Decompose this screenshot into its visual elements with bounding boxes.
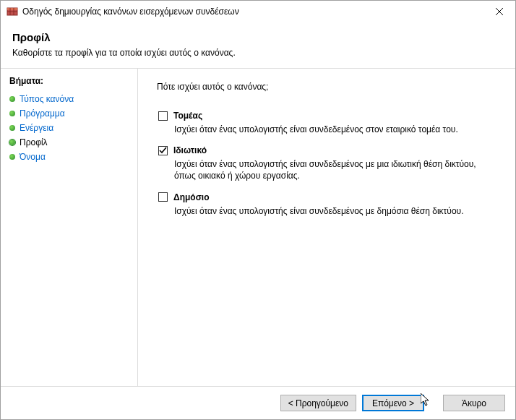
wizard-header: Προφίλ Καθορίστε τα προφίλ για τα οποία … [1, 22, 515, 68]
page-title: Προφίλ [12, 31, 504, 43]
option-label[interactable]: Τομέας [173, 111, 202, 121]
step-program[interactable]: Πρόγραμμα [8, 106, 130, 121]
wizard-content: Πότε ισχύει αυτός ο κανόνας; Τομέας Ισχύ… [138, 69, 515, 386]
page-subtitle: Καθορίστε τα προφίλ για τα οποία ισχύει … [12, 48, 504, 58]
steps-sidebar: Βήματα: Τύπος κανόνα Πρόγραμμα Ενέργεια … [1, 69, 138, 386]
cancel-button[interactable]: Άκυρο [443, 395, 505, 411]
step-bullet-icon [9, 125, 15, 131]
step-link[interactable]: Τύπος κανόνα [20, 94, 74, 104]
wizard-footer: < Προηγούμενο Επόμενο > Άκυρο [1, 386, 515, 419]
step-bullet-icon [9, 111, 15, 116]
step-bullet-icon [9, 140, 15, 145]
step-name[interactable]: Όνομα [8, 150, 130, 164]
steps-heading: Βήματα: [9, 76, 130, 86]
wizard-body: Βήματα: Τύπος κανόνα Πρόγραμμα Ενέργεια … [1, 69, 515, 386]
step-link[interactable]: Πρόγραμμα [20, 108, 65, 119]
option-label[interactable]: Δημόσιο [173, 192, 210, 202]
checkmark-icon [159, 147, 167, 155]
step-link[interactable]: Ενέργεια [20, 123, 53, 133]
step-rule-type[interactable]: Τύπος κανόνα [8, 92, 130, 106]
option-public: Δημόσιο Ισχύει όταν ένας υπολογιστής είν… [157, 192, 496, 217]
titlebar: Οδηγός δημιουργίας κανόνων εισερχόμενων … [1, 1, 515, 22]
window-title: Οδηγός δημιουργίας κανόνων εισερχόμενων … [22, 7, 483, 17]
checkbox-private[interactable] [158, 146, 168, 155]
step-label: Προφίλ [20, 137, 48, 147]
option-label[interactable]: Ιδιωτικό [173, 145, 207, 155]
checkbox-public[interactable] [158, 192, 168, 202]
step-action[interactable]: Ενέργεια [8, 121, 130, 135]
option-domain: Τομέας Ισχύει όταν ένας υπολογιστής είνα… [157, 111, 496, 135]
step-bullet-icon [9, 96, 15, 102]
option-description: Ισχύει όταν ένας υπολογιστής είναι συνδε… [174, 158, 485, 181]
next-button[interactable]: Επόμενο > [362, 395, 424, 411]
svg-rect-1 [7, 8, 17, 10]
step-link[interactable]: Όνομα [20, 152, 46, 162]
steps-list: Τύπος κανόνα Πρόγραμμα Ενέργεια Προφίλ Ό… [8, 92, 130, 164]
step-bullet-icon [9, 154, 15, 160]
option-description: Ισχύει όταν ένας υπολογιστής είναι συνδε… [174, 124, 485, 135]
wizard-window: Οδηγός δημιουργίας κανόνων εισερχόμενων … [0, 0, 516, 420]
close-icon [496, 8, 503, 15]
checkbox-domain[interactable] [158, 111, 168, 121]
content-prompt: Πότε ισχύει αυτός ο κανόνας; [157, 82, 496, 92]
option-description: Ισχύει όταν ένας υπολογιστής είναι συνδε… [174, 205, 485, 217]
close-button[interactable] [483, 1, 515, 22]
option-private: Ιδιωτικό Ισχύει όταν ένας υπολογιστής εί… [157, 145, 496, 181]
firewall-icon [7, 6, 18, 17]
back-button[interactable]: < Προηγούμενο [280, 395, 356, 411]
step-profile: Προφίλ [8, 135, 130, 150]
